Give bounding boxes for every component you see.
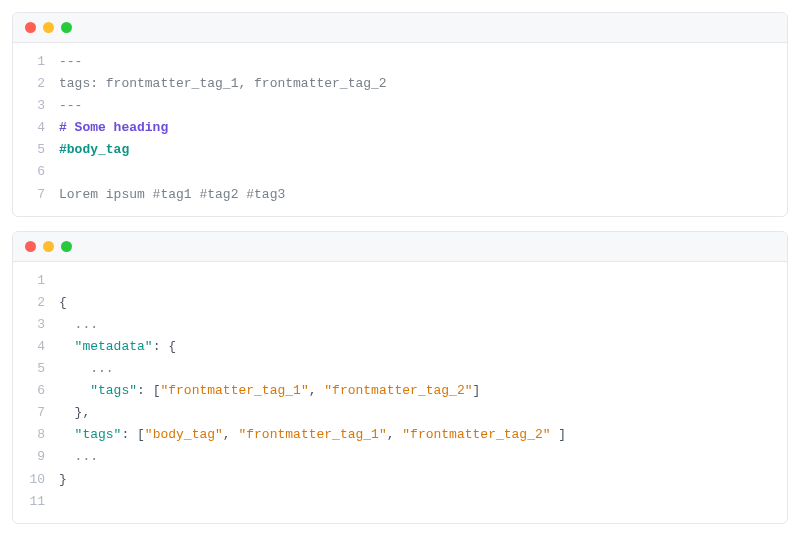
- maximize-icon: [61, 22, 72, 33]
- minimize-icon: [43, 22, 54, 33]
- code-line: 10}: [13, 469, 787, 491]
- code-token: ]: [551, 427, 567, 442]
- code-token: ---: [59, 98, 82, 113]
- line-content: "tags": ["frontmatter_tag_1", "frontmatt…: [59, 380, 480, 402]
- code-token: ---: [59, 54, 82, 69]
- code-line: 5#body_tag: [13, 139, 787, 161]
- code-line: 5 ...: [13, 358, 787, 380]
- line-content: "metadata": {: [59, 336, 176, 358]
- code-token: "tags": [75, 427, 122, 442]
- code-block-markdown: 1---2tags: frontmatter_tag_1, frontmatte…: [12, 12, 788, 217]
- line-content: {: [59, 292, 67, 314]
- code-body: 1---2tags: frontmatter_tag_1, frontmatte…: [13, 43, 787, 216]
- line-number: 2: [25, 73, 45, 95]
- code-token: [59, 339, 75, 354]
- code-token: ,: [309, 383, 325, 398]
- code-token: "body_tag": [145, 427, 223, 442]
- line-number: 8: [25, 424, 45, 446]
- code-line: 9 ...: [13, 446, 787, 468]
- code-line: 4 "metadata": {: [13, 336, 787, 358]
- code-token: ...: [59, 361, 114, 376]
- code-token: ,: [387, 427, 403, 442]
- code-token: [59, 383, 90, 398]
- code-token: :: [121, 427, 137, 442]
- line-number: 7: [25, 402, 45, 424]
- code-line: 2tags: frontmatter_tag_1, frontmatter_ta…: [13, 73, 787, 95]
- line-number: 5: [25, 139, 45, 161]
- code-token: "frontmatter_tag_1": [238, 427, 386, 442]
- code-token: {: [59, 295, 67, 310]
- code-token: [59, 273, 67, 288]
- code-line: 4# Some heading: [13, 117, 787, 139]
- code-token: }: [59, 472, 67, 487]
- code-token: [59, 427, 75, 442]
- code-token: #body_tag: [59, 142, 129, 157]
- code-line: 1---: [13, 51, 787, 73]
- code-line: 3---: [13, 95, 787, 117]
- line-content: ---: [59, 51, 82, 73]
- line-content: ---: [59, 95, 82, 117]
- window-titlebar: [13, 232, 787, 262]
- code-line: 7Lorem ipsum #tag1 #tag2 #tag3: [13, 184, 787, 206]
- code-block-json: 1 2{3 ...4 "metadata": {5 ...6 "tags": […: [12, 231, 788, 524]
- code-token: },: [75, 405, 91, 420]
- code-token: {: [168, 339, 176, 354]
- code-line: 6 "tags": ["frontmatter_tag_1", "frontma…: [13, 380, 787, 402]
- code-token: #: [59, 120, 75, 135]
- code-token: ,: [223, 427, 239, 442]
- line-content: ...: [59, 358, 114, 380]
- line-number: 4: [25, 117, 45, 139]
- line-number: 6: [25, 380, 45, 402]
- code-token: "frontmatter_tag_1": [160, 383, 308, 398]
- code-token: [59, 405, 75, 420]
- close-icon: [25, 241, 36, 252]
- line-number: 4: [25, 336, 45, 358]
- close-icon: [25, 22, 36, 33]
- line-content: ...: [59, 446, 98, 468]
- code-line: 7 },: [13, 402, 787, 424]
- line-content: [59, 270, 67, 292]
- code-token: :: [137, 383, 153, 398]
- code-token: tags: frontmatter_tag_1, frontmatter_tag…: [59, 76, 387, 91]
- code-token: "metadata": [75, 339, 153, 354]
- line-content: tags: frontmatter_tag_1, frontmatter_tag…: [59, 73, 387, 95]
- code-token: "tags": [90, 383, 137, 398]
- code-token: :: [153, 339, 169, 354]
- window-titlebar: [13, 13, 787, 43]
- code-token: ...: [59, 449, 98, 464]
- line-number: 11: [25, 491, 45, 513]
- line-number: 6: [25, 161, 45, 183]
- line-number: 9: [25, 446, 45, 468]
- code-line: 8 "tags": ["body_tag", "frontmatter_tag_…: [13, 424, 787, 446]
- code-token: "frontmatter_tag_2": [324, 383, 472, 398]
- line-content: },: [59, 402, 90, 424]
- line-number: 1: [25, 270, 45, 292]
- code-token: [59, 494, 67, 509]
- line-content: Lorem ipsum #tag1 #tag2 #tag3: [59, 184, 285, 206]
- line-number: 3: [25, 314, 45, 336]
- code-line: 3 ...: [13, 314, 787, 336]
- line-number: 1: [25, 51, 45, 73]
- code-token: [: [137, 427, 145, 442]
- code-body: 1 2{3 ...4 "metadata": {5 ...6 "tags": […: [13, 262, 787, 523]
- line-content: }: [59, 469, 67, 491]
- code-line: 11: [13, 491, 787, 513]
- code-line: 1: [13, 270, 787, 292]
- code-token: ]: [473, 383, 481, 398]
- minimize-icon: [43, 241, 54, 252]
- line-number: 5: [25, 358, 45, 380]
- code-line: 2{: [13, 292, 787, 314]
- code-token: Lorem ipsum #tag1 #tag2 #tag3: [59, 187, 285, 202]
- code-token: ...: [59, 317, 98, 332]
- line-number: 7: [25, 184, 45, 206]
- maximize-icon: [61, 241, 72, 252]
- line-content: ...: [59, 314, 98, 336]
- line-number: 10: [25, 469, 45, 491]
- line-content: # Some heading: [59, 117, 168, 139]
- line-content: "tags": ["body_tag", "frontmatter_tag_1"…: [59, 424, 566, 446]
- code-line: 6: [13, 161, 787, 183]
- line-content: [59, 491, 67, 513]
- line-content: #body_tag: [59, 139, 129, 161]
- code-token: [59, 164, 67, 179]
- line-number: 3: [25, 95, 45, 117]
